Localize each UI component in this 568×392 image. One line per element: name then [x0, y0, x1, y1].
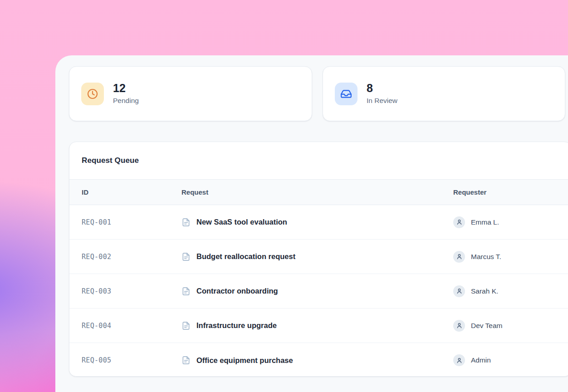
requester-name: Sarah K.	[471, 287, 498, 295]
request-title: Office equipment purchase	[196, 356, 293, 365]
stat-value-pending: 12	[113, 82, 139, 94]
main-panel: 12 Pending 8 In Review Requ	[55, 55, 568, 392]
document-icon	[181, 321, 191, 330]
document-icon	[181, 356, 191, 365]
document-icon	[181, 252, 191, 261]
table-row[interactable]: REQ-004 Infrastructure upgrade	[69, 309, 568, 343]
inbox-icon	[335, 83, 357, 105]
request-id: REQ-003	[82, 287, 181, 295]
table-row[interactable]: REQ-001 New SaaS tool evaluation	[69, 205, 568, 240]
column-header-requester: Requester	[453, 188, 568, 196]
request-id: REQ-001	[82, 218, 181, 226]
request-title: New SaaS tool evaluation	[196, 218, 287, 226]
document-icon	[181, 287, 191, 296]
document-icon	[181, 218, 191, 227]
request-queue-card: Request Queue ID Request Requester REQ-0…	[69, 142, 568, 377]
request-id: REQ-005	[82, 356, 181, 364]
avatar	[453, 216, 465, 228]
avatar	[453, 354, 465, 366]
table-title-bar: Request Queue	[69, 142, 568, 180]
stat-card-in-review: 8 In Review	[323, 66, 565, 121]
request-id: REQ-004	[82, 322, 181, 330]
table-row[interactable]: REQ-003 Contractor onboarding	[69, 274, 568, 309]
requester-name: Marcus T.	[471, 253, 501, 261]
request-title: Budget reallocation request	[196, 252, 295, 261]
requester-name: Emma L.	[471, 218, 499, 226]
stats-row: 12 Pending 8 In Review	[69, 66, 565, 121]
request-id: REQ-002	[82, 253, 181, 261]
table-row[interactable]: REQ-002 Budget reallocation request	[69, 240, 568, 274]
table-row[interactable]: REQ-005 Office equipment purchase	[69, 343, 568, 377]
stat-text: 12 Pending	[113, 82, 139, 106]
clock-icon	[81, 83, 104, 105]
requester-name: Dev Team	[471, 322, 503, 330]
table-header-row: ID Request Requester	[69, 180, 568, 205]
stat-value-in-review: 8	[367, 82, 397, 94]
requester-name: Admin	[471, 356, 491, 364]
stat-label-in-review: In Review	[367, 96, 397, 106]
request-title: Contractor onboarding	[196, 287, 278, 295]
avatar	[453, 320, 465, 332]
app-background: 12 Pending 8 In Review Requ	[0, 0, 568, 392]
stat-text: 8 In Review	[367, 82, 397, 106]
avatar	[453, 285, 465, 297]
stat-label-pending: Pending	[113, 96, 139, 106]
request-title: Infrastructure upgrade	[196, 321, 277, 330]
stat-card-pending: 12 Pending	[69, 66, 312, 121]
column-header-request: Request	[181, 188, 453, 196]
table-title: Request Queue	[82, 156, 139, 165]
column-header-id: ID	[82, 188, 181, 196]
avatar	[453, 251, 465, 263]
